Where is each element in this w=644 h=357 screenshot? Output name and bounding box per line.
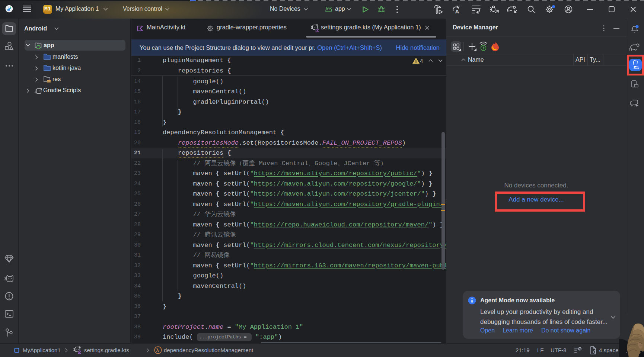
svg-text:A: A	[455, 8, 459, 14]
